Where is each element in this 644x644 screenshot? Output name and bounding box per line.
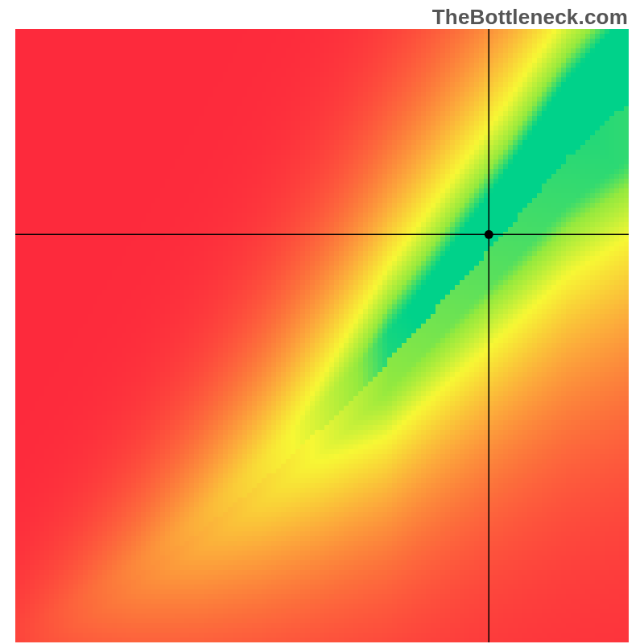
watermark-text: TheBottleneck.com — [432, 5, 628, 30]
heatmap-canvas — [15, 29, 629, 642]
heatmap-plot — [15, 29, 629, 642]
chart-container: TheBottleneck.com — [0, 0, 644, 644]
